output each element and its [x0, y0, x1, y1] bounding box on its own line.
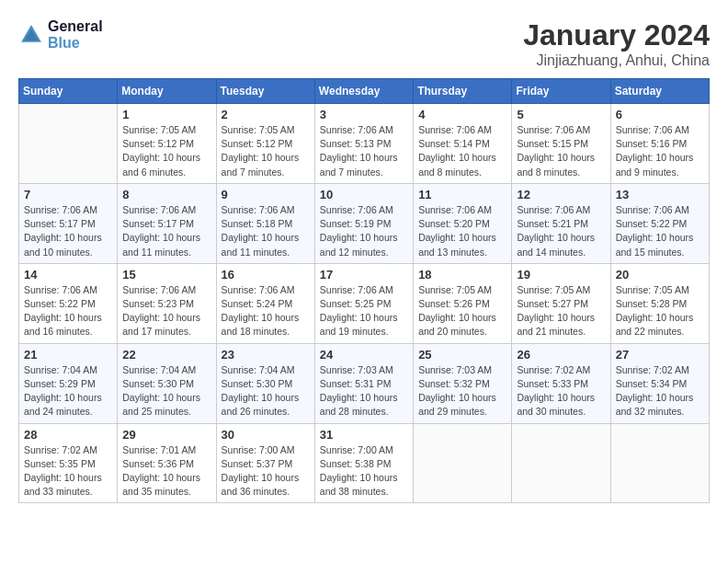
calendar-cell: 2Sunrise: 7:05 AMSunset: 5:12 PMDaylight… [216, 104, 314, 184]
day-info: Sunrise: 7:03 AMSunset: 5:32 PMDaylight:… [418, 363, 506, 419]
day-info: Sunrise: 7:02 AMSunset: 5:34 PMDaylight:… [616, 363, 704, 419]
logo-icon [18, 22, 44, 48]
calendar-cell: 22Sunrise: 7:04 AMSunset: 5:30 PMDayligh… [118, 343, 216, 423]
day-info: Sunrise: 7:06 AMSunset: 5:14 PMDaylight:… [418, 123, 506, 179]
day-number: 17 [320, 268, 408, 282]
calendar-cell: 16Sunrise: 7:06 AMSunset: 5:24 PMDayligh… [216, 263, 314, 343]
day-number: 7 [24, 188, 112, 201]
weekday-header: Saturday [610, 79, 709, 104]
calendar-week-row: 21Sunrise: 7:04 AMSunset: 5:29 PMDayligh… [19, 343, 710, 423]
day-info: Sunrise: 7:06 AMSunset: 5:25 PMDaylight:… [320, 283, 408, 339]
calendar-cell: 14Sunrise: 7:06 AMSunset: 5:22 PMDayligh… [19, 263, 118, 343]
calendar-cell: 29Sunrise: 7:01 AMSunset: 5:36 PMDayligh… [118, 423, 216, 503]
day-info: Sunrise: 7:06 AMSunset: 5:20 PMDaylight:… [418, 203, 506, 259]
calendar-table: SundayMondayTuesdayWednesdayThursdayFrid… [18, 78, 710, 503]
day-info: Sunrise: 7:06 AMSunset: 5:22 PMDaylight:… [24, 283, 112, 339]
day-info: Sunrise: 7:06 AMSunset: 5:21 PMDaylight:… [517, 203, 605, 259]
day-info: Sunrise: 7:06 AMSunset: 5:17 PMDaylight:… [122, 203, 210, 259]
day-number: 12 [517, 188, 605, 201]
calendar-cell [19, 104, 118, 184]
day-number: 28 [24, 428, 112, 442]
calendar-cell: 12Sunrise: 7:06 AMSunset: 5:21 PMDayligh… [512, 183, 610, 263]
month-title: January 2024 [523, 18, 710, 52]
day-number: 31 [320, 428, 408, 442]
day-number: 24 [320, 348, 408, 362]
day-info: Sunrise: 7:05 AMSunset: 5:12 PMDaylight:… [222, 123, 310, 179]
day-number: 10 [320, 188, 408, 201]
day-info: Sunrise: 7:03 AMSunset: 5:31 PMDaylight:… [320, 363, 408, 419]
calendar-cell [414, 423, 512, 503]
day-info: Sunrise: 7:06 AMSunset: 5:19 PMDaylight:… [320, 203, 408, 259]
calendar-cell: 11Sunrise: 7:06 AMSunset: 5:20 PMDayligh… [414, 183, 512, 263]
day-number: 6 [616, 108, 704, 121]
calendar-cell: 9Sunrise: 7:06 AMSunset: 5:18 PMDaylight… [216, 183, 314, 263]
day-info: Sunrise: 7:06 AMSunset: 5:22 PMDaylight:… [616, 203, 704, 259]
weekday-header: Friday [512, 79, 610, 104]
day-info: Sunrise: 7:06 AMSunset: 5:23 PMDaylight:… [122, 283, 210, 339]
logo: General Blue [18, 18, 103, 52]
day-number: 21 [24, 348, 112, 362]
day-info: Sunrise: 7:02 AMSunset: 5:33 PMDaylight:… [517, 363, 605, 419]
day-info: Sunrise: 7:05 AMSunset: 5:26 PMDaylight:… [418, 283, 506, 339]
calendar-week-row: 7Sunrise: 7:06 AMSunset: 5:17 PMDaylight… [19, 183, 710, 263]
day-number: 23 [222, 348, 310, 362]
day-info: Sunrise: 7:04 AMSunset: 5:29 PMDaylight:… [24, 363, 112, 419]
calendar-cell: 19Sunrise: 7:05 AMSunset: 5:27 PMDayligh… [512, 263, 610, 343]
calendar-cell: 20Sunrise: 7:05 AMSunset: 5:28 PMDayligh… [610, 263, 709, 343]
day-number: 20 [616, 268, 704, 282]
calendar-cell: 30Sunrise: 7:00 AMSunset: 5:37 PMDayligh… [216, 423, 314, 503]
page-header: General Blue January 2024 Jinjiazhuang, … [18, 18, 710, 69]
day-number: 27 [616, 348, 704, 362]
calendar-week-row: 14Sunrise: 7:06 AMSunset: 5:22 PMDayligh… [19, 263, 710, 343]
calendar-cell: 1Sunrise: 7:05 AMSunset: 5:12 PMDaylight… [118, 104, 216, 184]
calendar-cell: 8Sunrise: 7:06 AMSunset: 5:17 PMDaylight… [118, 183, 216, 263]
logo-text: General Blue [48, 18, 103, 52]
day-number: 19 [517, 268, 605, 282]
calendar-cell: 15Sunrise: 7:06 AMSunset: 5:23 PMDayligh… [118, 263, 216, 343]
calendar-cell [512, 423, 610, 503]
day-number: 15 [122, 268, 210, 282]
calendar-cell: 21Sunrise: 7:04 AMSunset: 5:29 PMDayligh… [19, 343, 118, 423]
calendar-week-row: 28Sunrise: 7:02 AMSunset: 5:35 PMDayligh… [19, 423, 710, 503]
day-number: 18 [418, 268, 506, 282]
calendar-cell: 4Sunrise: 7:06 AMSunset: 5:14 PMDaylight… [414, 104, 512, 184]
day-info: Sunrise: 7:04 AMSunset: 5:30 PMDaylight:… [122, 363, 210, 419]
calendar-cell: 25Sunrise: 7:03 AMSunset: 5:32 PMDayligh… [414, 343, 512, 423]
calendar-cell: 18Sunrise: 7:05 AMSunset: 5:26 PMDayligh… [414, 263, 512, 343]
day-info: Sunrise: 7:06 AMSunset: 5:15 PMDaylight:… [517, 123, 605, 179]
weekday-header: Thursday [414, 79, 512, 104]
calendar-week-row: 1Sunrise: 7:05 AMSunset: 5:12 PMDaylight… [19, 104, 710, 184]
weekday-header: Monday [118, 79, 216, 104]
weekday-header: Tuesday [216, 79, 314, 104]
calendar-cell: 10Sunrise: 7:06 AMSunset: 5:19 PMDayligh… [314, 183, 413, 263]
weekday-header-row: SundayMondayTuesdayWednesdayThursdayFrid… [19, 79, 710, 104]
location: Jinjiazhuang, Anhui, China [523, 52, 710, 69]
day-info: Sunrise: 7:06 AMSunset: 5:17 PMDaylight:… [24, 203, 112, 259]
day-number: 8 [122, 188, 210, 201]
calendar-cell: 26Sunrise: 7:02 AMSunset: 5:33 PMDayligh… [512, 343, 610, 423]
calendar-cell [610, 423, 709, 503]
calendar-cell: 5Sunrise: 7:06 AMSunset: 5:15 PMDaylight… [512, 104, 610, 184]
calendar-cell: 6Sunrise: 7:06 AMSunset: 5:16 PMDaylight… [610, 104, 709, 184]
day-info: Sunrise: 7:00 AMSunset: 5:37 PMDaylight:… [222, 443, 310, 500]
calendar-cell: 24Sunrise: 7:03 AMSunset: 5:31 PMDayligh… [314, 343, 413, 423]
day-info: Sunrise: 7:04 AMSunset: 5:30 PMDaylight:… [222, 363, 310, 419]
weekday-header: Wednesday [314, 79, 413, 104]
calendar-cell: 17Sunrise: 7:06 AMSunset: 5:25 PMDayligh… [314, 263, 413, 343]
day-number: 1 [122, 108, 210, 121]
day-number: 29 [122, 428, 210, 442]
day-info: Sunrise: 7:01 AMSunset: 5:36 PMDaylight:… [122, 443, 210, 500]
day-number: 25 [418, 348, 506, 362]
day-info: Sunrise: 7:06 AMSunset: 5:16 PMDaylight:… [616, 123, 704, 179]
day-number: 9 [222, 188, 310, 201]
day-info: Sunrise: 7:06 AMSunset: 5:18 PMDaylight:… [222, 203, 310, 259]
day-info: Sunrise: 7:05 AMSunset: 5:28 PMDaylight:… [616, 283, 704, 339]
calendar-cell: 28Sunrise: 7:02 AMSunset: 5:35 PMDayligh… [19, 423, 118, 503]
day-number: 22 [122, 348, 210, 362]
day-info: Sunrise: 7:05 AMSunset: 5:27 PMDaylight:… [517, 283, 605, 339]
calendar-cell: 13Sunrise: 7:06 AMSunset: 5:22 PMDayligh… [610, 183, 709, 263]
calendar-cell: 23Sunrise: 7:04 AMSunset: 5:30 PMDayligh… [216, 343, 314, 423]
day-info: Sunrise: 7:06 AMSunset: 5:13 PMDaylight:… [320, 123, 408, 179]
calendar-cell: 27Sunrise: 7:02 AMSunset: 5:34 PMDayligh… [610, 343, 709, 423]
day-number: 11 [418, 188, 506, 201]
